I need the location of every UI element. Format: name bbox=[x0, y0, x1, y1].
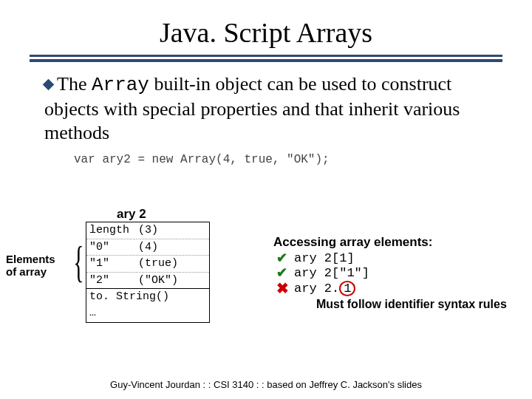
access3-pre: ary 2. bbox=[294, 282, 339, 296]
brace-icon: { bbox=[73, 239, 83, 284]
table-row: … bbox=[86, 305, 209, 321]
bullet-diamond-icon bbox=[43, 79, 55, 91]
diagram-area: Elements of array { ary 2 length (3) "0"… bbox=[0, 205, 532, 361]
table-row: "1" (true) bbox=[86, 256, 209, 273]
prop-key: "0" bbox=[89, 240, 138, 255]
slide-footer: Guy-Vincent Jourdan : : CSI 3140 : : bas… bbox=[0, 379, 532, 390]
prop-key: length bbox=[89, 223, 138, 238]
body-code: Array bbox=[92, 74, 149, 96]
prop-val: (4) bbox=[138, 240, 206, 255]
method-ellipsis: … bbox=[89, 306, 96, 321]
access-example-2: ary 2["1"] bbox=[294, 266, 369, 280]
table-row: "2" ("OK") bbox=[86, 273, 209, 289]
prop-key: "2" bbox=[89, 273, 138, 288]
table-title: ary 2 bbox=[117, 207, 146, 222]
title-divider bbox=[30, 55, 502, 62]
table-row: length (3) bbox=[86, 222, 209, 239]
method-name: to. String() bbox=[89, 290, 169, 304]
elements-label-line1: Elements bbox=[6, 253, 55, 265]
body-text: The Array built-in object can be used to… bbox=[0, 69, 532, 146]
code-example: var ary2 = new Array(4, true, "OK"); bbox=[0, 146, 532, 166]
prop-val: ("OK") bbox=[138, 273, 206, 288]
cross-icon: ✖ bbox=[276, 279, 289, 297]
prop-val: (true) bbox=[138, 256, 206, 271]
check-icon: ✔ bbox=[276, 250, 287, 266]
access-example-1: ary 2[1] bbox=[294, 251, 355, 265]
object-table: length (3) "0" (4) "1" (true) "2" ("OK")… bbox=[86, 222, 210, 323]
circled-one: 1 bbox=[339, 281, 355, 296]
identifier-note: Must follow identifier syntax rules bbox=[316, 297, 508, 311]
body-pre: The bbox=[57, 73, 92, 95]
check-icon: ✔ bbox=[276, 265, 287, 281]
slide-title: Java. Script Arrays bbox=[0, 0, 532, 55]
properties-section: length (3) "0" (4) "1" (true) "2" ("OK") bbox=[86, 222, 209, 288]
accessing-title: Accessing array elements: bbox=[273, 235, 432, 250]
elements-label: Elements of array bbox=[6, 253, 55, 279]
prop-key: "1" bbox=[89, 256, 138, 271]
prop-val: (3) bbox=[138, 223, 206, 238]
methods-section: to. String() … bbox=[86, 289, 209, 322]
table-row: "0" (4) bbox=[86, 239, 209, 256]
access-example-3: ary 2.1 bbox=[294, 281, 355, 296]
table-row: to. String() bbox=[86, 289, 209, 305]
elements-label-line2: of array bbox=[6, 265, 55, 278]
